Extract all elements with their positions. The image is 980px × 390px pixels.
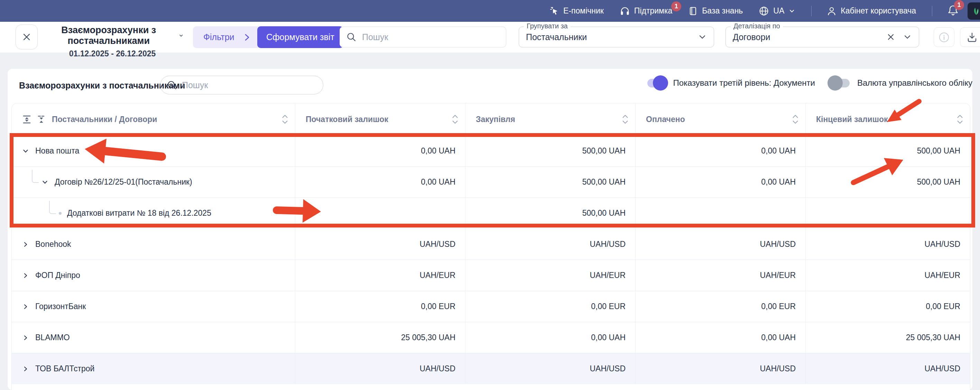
table-row-document[interactable]: Додаткові витрати № 18 від 26.12.2025 50… xyxy=(12,197,970,229)
purchase-cell: UAH/EUR xyxy=(465,260,636,291)
paid-cell: UAH/USD xyxy=(636,229,806,259)
purchase-cell: 500,00 UAH xyxy=(465,167,636,197)
table-row-supplier[interactable]: ГоризонтБанк 0,00 EUR 0,00 EUR 0,00 EUR … xyxy=(12,291,970,322)
supplier-name-cell[interactable]: ГоризонтБанк xyxy=(12,291,295,322)
notifications-button[interactable]: 1 xyxy=(948,5,959,18)
user-icon xyxy=(827,6,837,16)
nav-item-language[interactable]: UA xyxy=(759,6,795,16)
supplier-name-cell[interactable]: ТОВ БАЛТстрой xyxy=(12,353,295,384)
closing-balance-cell xyxy=(806,198,970,229)
chevron-down-icon[interactable] xyxy=(41,178,49,186)
detail-by-label: Деталізація по xyxy=(731,22,783,30)
supplier-name: ТОВ БАЛТстрой xyxy=(35,364,94,373)
filters-button[interactable]: Фільтри xyxy=(193,26,261,48)
headset-icon xyxy=(620,6,630,16)
generate-report-button[interactable]: Сформувати звіт xyxy=(257,26,344,48)
opening-balance-cell: 0,00 UAH xyxy=(295,167,465,197)
chevron-right-icon[interactable] xyxy=(21,365,30,373)
collapse-all-rows-icon[interactable] xyxy=(37,115,46,124)
group-by-select[interactable]: Групувати за Постачальники xyxy=(519,27,714,47)
opening-balance-cell xyxy=(295,198,465,229)
column-header-paid[interactable]: Оплачено xyxy=(636,103,806,135)
sort-icon[interactable] xyxy=(451,114,459,125)
nav-label-e-assistant: Е-помічник xyxy=(563,6,604,16)
table-row-supplier[interactable]: BLAMMO 25 005,30 UAH 0,00 UAH 0,00 UAH 2… xyxy=(12,322,970,353)
report-title[interactable]: Взаєморозрахунки з постачальниками xyxy=(41,25,183,46)
download-button[interactable] xyxy=(960,27,980,47)
report-title-block: Взаєморозрахунки з постачальниками 01.12… xyxy=(41,25,183,59)
sort-icon[interactable] xyxy=(792,114,799,125)
opening-balance-cell: UAH/EUR xyxy=(295,260,465,291)
sort-icon[interactable] xyxy=(621,114,629,125)
contract-name: Договір №26/12/25-01(Постачальник) xyxy=(55,177,192,187)
user-avatar[interactable] xyxy=(967,2,980,20)
chevron-right-icon[interactable] xyxy=(21,302,30,311)
settlements-table: Постачальники / Договори Початковий зали… xyxy=(11,103,970,390)
paid-cell: 0,00 UAH xyxy=(636,167,806,197)
paid-cell: 0,00 EUR xyxy=(636,291,806,322)
toolbar-search-input[interactable] xyxy=(361,32,506,43)
supplier-name-cell[interactable]: BLAMMO xyxy=(12,322,295,353)
table-row-supplier[interactable]: ТОВ БАЛТстрой UAH/USD UAH/USD UAH/USD UA… xyxy=(12,353,970,384)
column-label: Кінцевий залишок xyxy=(816,115,888,124)
table-row-supplier[interactable]: ФОП Дніпро UAH/EUR UAH/EUR UAH/EUR UAH/E… xyxy=(12,259,970,291)
closing-balance-cell: 0,00 EUR xyxy=(806,291,970,322)
supplier-name-cell[interactable]: ФОП Дніпро xyxy=(12,260,295,291)
toggle-label-third-level: Показувати третій рівень: Документи xyxy=(673,78,815,88)
report-toolbar: Взаєморозрахунки з постачальниками 01.12… xyxy=(0,22,980,53)
contract-name-cell[interactable]: Договір №26/12/25-01(Постачальник) xyxy=(12,167,295,197)
group-by-value: Постачальники xyxy=(526,32,587,42)
toggle-switch-management-currency[interactable] xyxy=(830,78,850,88)
chevron-down-icon[interactable] xyxy=(698,32,707,41)
purchase-cell: 0,00 UAH xyxy=(465,322,636,353)
info-button[interactable] xyxy=(934,27,955,47)
chevron-right-icon[interactable] xyxy=(21,334,30,342)
info-icon xyxy=(938,32,950,43)
opening-balance-cell: UAH/USD xyxy=(295,229,465,259)
sort-icon[interactable] xyxy=(281,114,289,125)
table-search-input[interactable] xyxy=(181,80,323,91)
nav-item-e-assistant[interactable]: Е-помічник xyxy=(549,6,604,16)
column-header-opening-balance[interactable]: Початковий залишок xyxy=(295,103,465,135)
report-title-text: Взаєморозрахунки з постачальниками xyxy=(41,25,176,46)
toolbar-search xyxy=(340,27,506,47)
nav-item-support[interactable]: Підтримка 1 xyxy=(620,6,672,16)
nav-item-account[interactable]: Кабінет користувача xyxy=(827,6,916,16)
paid-cell: 0,00 UAH xyxy=(636,322,806,353)
book-icon xyxy=(688,6,698,16)
chevron-right-icon[interactable] xyxy=(21,271,30,280)
nav-label-knowledge-base: База знань xyxy=(702,6,743,16)
toggle-switch-third-level[interactable] xyxy=(645,78,665,88)
opening-balance-cell: 0,00 UAH xyxy=(295,135,465,166)
nav-item-knowledge-base[interactable]: База знань xyxy=(688,6,743,16)
support-badge: 1 xyxy=(671,2,681,11)
purchase-cell: UAH/USD xyxy=(465,229,636,259)
chevron-right-icon[interactable] xyxy=(21,240,30,248)
expand-all-rows-icon[interactable] xyxy=(22,115,32,124)
document-name-cell[interactable]: Додаткові витрати № 18 від 26.12.2025 xyxy=(12,198,295,229)
table-row-supplier[interactable]: Bonehook UAH/USD UAH/USD UAH/USD UAH/USD xyxy=(12,229,970,259)
tree-dot xyxy=(59,212,62,215)
detail-by-select[interactable]: Деталізація по Договори xyxy=(725,27,919,47)
close-report-button[interactable] xyxy=(16,25,38,49)
column-header-suppliers[interactable]: Постачальники / Договори xyxy=(12,103,295,135)
supplier-name: BLAMMO xyxy=(35,333,70,342)
top-navbar: Е-помічник Підтримка 1 База знань UA xyxy=(0,0,980,22)
column-header-closing-balance[interactable]: Кінцевий залишок xyxy=(806,103,970,135)
clear-selection-icon[interactable] xyxy=(886,32,895,41)
table-row-supplier[interactable]: Нова пошта 0,00 UAH 500,00 UAH 0,00 UAH … xyxy=(12,135,970,166)
table-toggles: Показувати третій рівень: Документи Валю… xyxy=(645,78,972,88)
supplier-name: Нова пошта xyxy=(35,146,79,156)
chevron-down-icon[interactable] xyxy=(903,32,912,41)
tree-connector xyxy=(49,201,56,214)
paid-cell: UAH/EUR xyxy=(636,260,806,291)
supplier-name-cell[interactable]: Нова пошта xyxy=(12,135,295,166)
table-row-contract[interactable]: Договір №26/12/25-01(Постачальник) 0,00 … xyxy=(12,166,970,197)
closing-balance-cell: 500,00 UAH xyxy=(806,167,970,197)
sort-icon[interactable] xyxy=(956,114,964,125)
supplier-name-cell[interactable]: Bonehook xyxy=(12,229,295,259)
globe-icon xyxy=(759,6,769,16)
nav-label-language: UA xyxy=(773,6,784,16)
column-header-purchases[interactable]: Закупівля xyxy=(465,103,636,135)
chevron-down-icon[interactable] xyxy=(21,147,30,155)
